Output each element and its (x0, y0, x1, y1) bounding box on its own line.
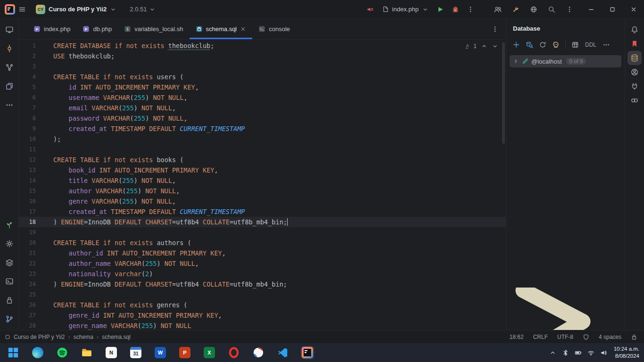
code-line-18[interactable]: 18) ENGINE=InnoDB DEFAULT CHARSET=utf8b4… (19, 217, 506, 227)
search-everywhere-button[interactable] (545, 2, 559, 16)
code-line-2[interactable]: 2USE thebookclub; (19, 51, 506, 61)
code-line-14[interactable]: 14 title VARCHAR(255) NOT NULL, (19, 175, 506, 186)
vscode-icon[interactable] (276, 346, 289, 359)
project-widget[interactable]: CY Curso de PHP y Yii2 (33, 3, 119, 16)
caret-position[interactable]: 18:62 (510, 334, 524, 340)
code-line-12[interactable]: 12CREATE TABLE if not exists books ( (19, 155, 506, 165)
indent-size[interactable]: 4 spaces (599, 334, 621, 340)
maximize-button[interactable] (602, 0, 623, 19)
debug-button[interactable] (448, 2, 462, 16)
kill-query-button[interactable] (550, 39, 562, 51)
spotify-icon[interactable] (56, 346, 69, 359)
code-line-17[interactable]: 17 created_at TIMESTAMP DEFAULT CURRENT_… (19, 206, 506, 217)
packages-button[interactable] (2, 218, 17, 232)
bluetooth-button[interactable] (562, 349, 569, 356)
breadcrumb-item[interactable]: schema.sql (102, 334, 131, 340)
run-button[interactable] (433, 2, 447, 16)
schema-search-button[interactable] (523, 39, 536, 51)
bookmarks-button[interactable] (2, 79, 17, 93)
terminal-button[interactable] (2, 274, 17, 288)
code-line-21[interactable]: 21 author_id INT AUTO_INCREMENT PRIMARY … (19, 248, 506, 258)
close-button[interactable] (623, 0, 644, 19)
line-number[interactable]: 17 (19, 208, 36, 215)
code-line-24[interactable]: 24) ENGINE=InnoDB DEFAULT CHARSET=utf8b4… (19, 279, 506, 289)
shield-icon[interactable] (583, 334, 589, 340)
line-number[interactable]: 13 (19, 167, 36, 173)
code-line-5[interactable]: 5 id INT AUTO_INCREMENT PRIMARY KEY, (19, 82, 506, 92)
file-explorer-icon[interactable] (80, 346, 93, 359)
new-datasource-button[interactable] (510, 39, 522, 51)
line-number[interactable]: 14 (19, 177, 36, 184)
line-number[interactable]: 7 (19, 105, 36, 111)
code-line-4[interactable]: 4CREATE TABLE if not exists users ( (19, 72, 506, 82)
commit-button[interactable] (2, 41, 17, 56)
code-line-28[interactable]: 28 genre_name VARCHAR(255) NOT NULL (19, 321, 506, 330)
line-number[interactable]: 28 (19, 322, 36, 329)
line-number[interactable]: 21 (19, 250, 36, 256)
more-options-button[interactable] (600, 39, 612, 51)
network-button[interactable] (587, 349, 594, 356)
tab-schema.sql[interactable]: schema.sql (190, 19, 253, 39)
code-line-19[interactable]: 19 (19, 227, 506, 238)
code-line-16[interactable]: 16 genre VARCHAR(255) NOT NULL, (19, 196, 506, 206)
inspections-widget[interactable]: A 1 (465, 43, 498, 49)
build-button[interactable] (2, 237, 17, 251)
code-line-6[interactable]: 6 username VARCHAR(255) NOT NULL, (19, 92, 506, 103)
expand-chevron-icon[interactable] (512, 58, 519, 65)
excel-icon[interactable]: X (203, 346, 216, 359)
services-button[interactable] (2, 255, 17, 270)
web-preview-button[interactable] (527, 2, 541, 16)
integrations-button[interactable] (627, 93, 642, 107)
code-line-27[interactable]: 27 genre_id INT AUTO_INCREMENT PRIMARY K… (19, 310, 506, 321)
line-number[interactable]: 24 (19, 281, 36, 288)
code-line-3[interactable]: 3 (19, 61, 506, 72)
code-line-10[interactable]: 10); (19, 134, 506, 144)
previous-problem-icon[interactable] (481, 43, 487, 49)
datasource-row[interactable]: @localhost 0 of 9 (510, 55, 621, 67)
minimize-button[interactable] (580, 0, 602, 19)
line-number[interactable]: 15 (19, 188, 36, 194)
line-number[interactable]: 27 (19, 312, 36, 319)
code-line-9[interactable]: 9 created_at TIMESTAMP DEFAULT CURRENT_T… (19, 123, 506, 134)
notion-icon[interactable]: N (105, 346, 118, 359)
start-button[interactable] (7, 346, 20, 359)
structure-button[interactable] (2, 60, 17, 74)
line-number[interactable]: 11 (19, 146, 36, 153)
edge-icon[interactable] (31, 346, 44, 359)
table-view-button[interactable] (569, 39, 581, 51)
intellij-icon[interactable] (301, 346, 314, 359)
code-line-15[interactable]: 15 author VARCHAR(255) NOT NULL, (19, 186, 506, 196)
main-menu-button[interactable] (15, 2, 29, 16)
breadcrumb-item[interactable]: Curso de PHP y Yii2 (14, 334, 65, 340)
readonly-lock-icon[interactable] (631, 334, 637, 340)
line-number[interactable]: 16 (19, 198, 36, 205)
version-widget[interactable]: 2.0.51 (127, 4, 158, 14)
settings-menu-button[interactable] (562, 2, 577, 16)
code-editor[interactable]: 1CREATE DATABASE if not exists thebookcl… (19, 40, 506, 330)
tab-variables_local.sh[interactable]: $variables_local.sh (118, 19, 189, 39)
line-number[interactable]: 4 (19, 74, 36, 80)
line-number[interactable]: 22 (19, 260, 36, 267)
word-icon[interactable]: W (154, 346, 167, 359)
project-button[interactable] (2, 23, 17, 37)
database-button[interactable] (627, 51, 642, 65)
line-number[interactable]: 10 (19, 136, 36, 142)
tab-db.php[interactable]: Pdb.php (76, 19, 118, 39)
more-run-options-button[interactable] (463, 2, 478, 16)
notifications-button[interactable] (627, 23, 642, 37)
volume-button[interactable] (600, 349, 607, 356)
code-line-11[interactable]: 11 (19, 144, 506, 155)
code-line-7[interactable]: 7 email VARCHAR(255) NOT NULL, (19, 103, 506, 113)
powerpoint-icon[interactable]: P (178, 346, 191, 359)
line-number[interactable]: 19 (19, 229, 36, 236)
close-tab-icon[interactable] (240, 26, 246, 32)
line-number[interactable]: 26 (19, 302, 36, 308)
line-separator[interactable]: CRLF (533, 334, 548, 340)
mute-notifications-button[interactable] (363, 2, 377, 16)
code-with-me-button[interactable] (491, 2, 505, 16)
opera-icon[interactable] (227, 346, 240, 359)
tray-expand-button[interactable] (549, 349, 556, 356)
line-number[interactable]: 3 (19, 63, 36, 70)
code-line-8[interactable]: 8 password VARCHAR(255) NOT NULL, (19, 113, 506, 123)
line-number[interactable]: 2 (19, 53, 36, 59)
